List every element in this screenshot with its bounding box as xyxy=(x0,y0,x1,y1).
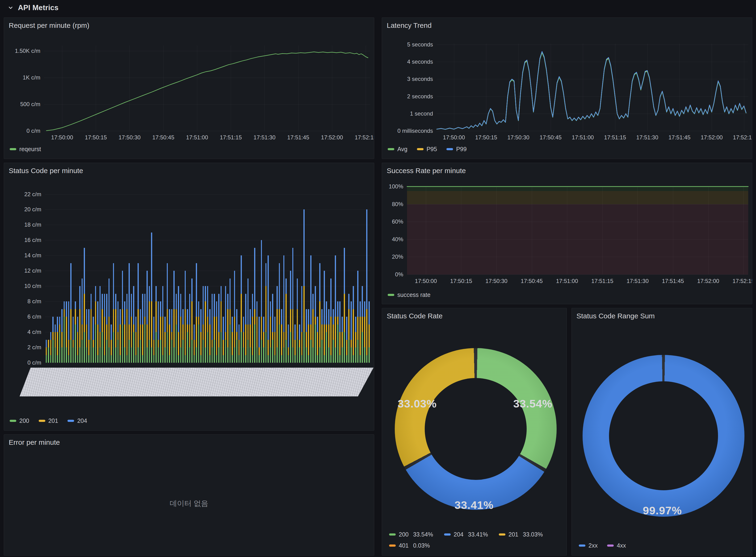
legend-color-pill xyxy=(39,420,45,422)
status-code-chart[interactable]: 0 c/m2 c/m4 c/m6 c/m8 c/m10 c/m12 c/m14 … xyxy=(4,177,374,430)
dashboard-row-header[interactable]: API Metrics xyxy=(0,0,756,16)
legend-color-pill xyxy=(10,420,16,422)
legend-color-pill xyxy=(579,545,585,547)
legend-label: P95 xyxy=(427,146,437,153)
rpm-chart[interactable]: 0 c/m500 c/m1K c/m1.50K c/m17:50:0017:50… xyxy=(4,32,374,159)
legend-item[interactable]: reqeurst xyxy=(10,146,41,153)
series-P99 xyxy=(437,51,746,129)
panel-title[interactable]: Success Rate per minute xyxy=(382,163,752,177)
panel-latency-trend: Latency Trend 0 milliseconds1 second2 se… xyxy=(382,18,752,159)
legend-label: 201 xyxy=(508,531,519,538)
legend-row: 4010.03% xyxy=(389,542,430,549)
status-code-range-legend: 2xx4xx xyxy=(579,542,626,549)
stacked-bars xyxy=(4,177,374,430)
legend-label: Avg xyxy=(397,146,408,153)
legend-label: 4xx xyxy=(617,542,626,549)
success-rate-chart[interactable]: 0%20%40%60%80%100%17:50:0017:50:1517:50:… xyxy=(382,177,752,304)
legend-item[interactable]: Avg xyxy=(388,146,408,153)
legend-label: reqeurst xyxy=(19,146,41,153)
legend-label: success rate xyxy=(397,291,430,298)
legend-label: 204 xyxy=(454,531,464,538)
legend-color-pill xyxy=(444,533,451,535)
panel-title[interactable]: Status Code Range Sum xyxy=(572,308,752,322)
panel-error-per-minute: Error per minute 데이터 없음 xyxy=(4,434,374,556)
slice-label-200: 33.54% xyxy=(513,397,552,410)
legend-item[interactable]: 4010.03% xyxy=(389,542,430,549)
chevron-down-icon[interactable] xyxy=(7,4,14,11)
legend-label: 204 xyxy=(77,417,87,424)
rpm-legend: reqeurst xyxy=(10,146,41,153)
panel-status-code-per-minute: Status Code per minute 0 c/m2 c/m4 c/m6 … xyxy=(4,163,374,431)
legend-color-pill xyxy=(388,148,394,150)
legend-color-pill xyxy=(499,533,505,535)
panel-request-per-minute: Request per minute (rpm) 0 c/m500 c/m1K … xyxy=(4,18,374,159)
legend-color-pill xyxy=(389,533,396,535)
status-code-range-donut[interactable] xyxy=(583,355,745,517)
legend-color-pill xyxy=(10,148,16,150)
legend-row: 20033.54%20433.41%20133.03% xyxy=(389,531,543,538)
slice-label-2xx: 99.97% xyxy=(643,504,682,517)
chart-series xyxy=(382,32,752,159)
slice-label-204: 33.41% xyxy=(454,499,494,511)
legend-item[interactable]: P99 xyxy=(446,146,467,153)
donut-hole xyxy=(609,381,718,490)
panel-title[interactable]: Request per minute (rpm) xyxy=(4,18,374,32)
legend-color-pill xyxy=(67,420,74,422)
series-Avg xyxy=(437,53,746,129)
legend-item[interactable]: 20133.03% xyxy=(499,531,543,538)
legend-color-pill xyxy=(607,545,614,547)
legend-value: 0.03% xyxy=(413,542,430,549)
panel-status-code-rate: Status Code Rate 33.03% 33.54% 33.41% 20… xyxy=(382,308,567,556)
status-code-legend: 200201204 xyxy=(10,417,87,424)
legend-value: 33.03% xyxy=(523,531,543,538)
legend-color-pill xyxy=(417,148,423,150)
row-title[interactable]: API Metrics xyxy=(18,3,58,12)
legend-label: P99 xyxy=(456,146,467,153)
legend-color-pill xyxy=(446,148,453,150)
panel-title[interactable]: Latency Trend xyxy=(382,18,752,32)
latency-legend: AvgP95P99 xyxy=(388,146,467,153)
legend-item[interactable]: P95 xyxy=(417,146,437,153)
slice-label-201: 33.03% xyxy=(398,397,437,410)
panel-title[interactable]: Error per minute xyxy=(4,435,374,449)
no-data-message: 데이터 없음 xyxy=(170,499,208,508)
legend-color-pill xyxy=(389,545,396,547)
legend-item[interactable]: 20033.54% xyxy=(389,531,433,538)
legend-value: 33.41% xyxy=(468,531,488,538)
legend-label: 401 xyxy=(399,542,409,549)
legend-item[interactable]: 200 xyxy=(10,417,29,424)
legend-item[interactable]: 20433.41% xyxy=(444,531,488,538)
legend-item[interactable]: 2xx xyxy=(579,542,598,549)
panel-status-code-range-sum: Status Code Range Sum 99.97% 2xx4xx xyxy=(571,308,752,556)
series-P95 xyxy=(437,52,746,129)
panel-success-rate: Success Rate per minute 0%20%40%60%80%10… xyxy=(382,163,752,304)
legend-label: 201 xyxy=(48,417,58,424)
legend-label: 200 xyxy=(19,417,29,424)
series-reqeurst xyxy=(47,52,368,130)
legend-label: 200 xyxy=(399,531,409,538)
status-code-rate-donut[interactable] xyxy=(395,348,557,510)
panel-title[interactable]: Status Code Rate xyxy=(382,308,566,322)
status-code-rate-legend: 20033.54%20433.41%20133.03%4010.03% xyxy=(389,531,543,549)
legend-value: 33.54% xyxy=(413,531,433,538)
legend-item[interactable]: 4xx xyxy=(607,542,626,549)
latency-chart[interactable]: 0 milliseconds1 second2 seconds3 seconds… xyxy=(382,32,752,159)
legend-item[interactable]: 201 xyxy=(39,417,58,424)
donut-hole xyxy=(425,378,527,480)
legend-label: 2xx xyxy=(588,542,598,549)
success-rate-legend: success rate xyxy=(388,291,430,298)
legend-item[interactable]: success rate xyxy=(388,291,430,298)
legend-color-pill xyxy=(388,294,394,296)
panel-title[interactable]: Status Code per minute xyxy=(4,163,374,177)
chart-series xyxy=(382,177,752,304)
legend-item[interactable]: 204 xyxy=(67,417,87,424)
chart-series xyxy=(4,32,374,159)
